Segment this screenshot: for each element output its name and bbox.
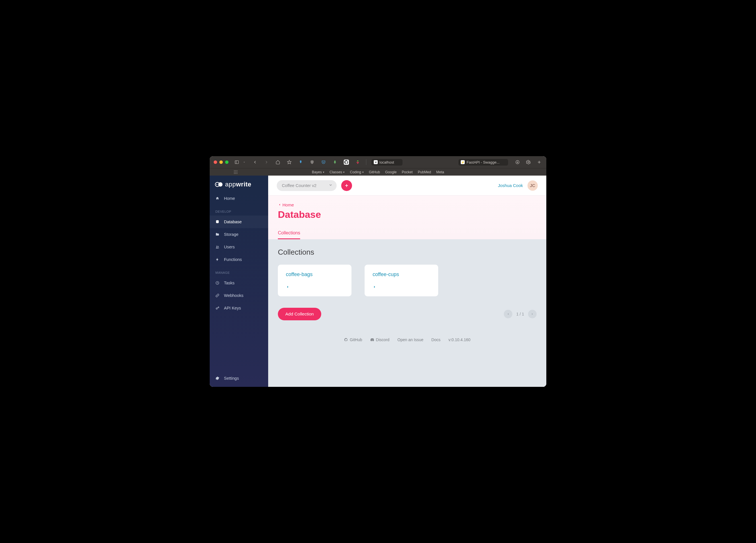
minimize-window-button[interactable] bbox=[219, 160, 223, 164]
browser-tab[interactable]: ⚡ FastAPI - Swagge... bbox=[458, 159, 508, 165]
sidebar-item-label: Home bbox=[224, 196, 235, 201]
svg-point-19 bbox=[237, 173, 237, 173]
browser-tab-active[interactable]: ✕ localhost bbox=[371, 159, 403, 165]
home-icon[interactable] bbox=[275, 160, 281, 164]
forward-icon[interactable] bbox=[263, 160, 270, 164]
link-icon bbox=[215, 294, 220, 298]
breadcrumb[interactable]: Home bbox=[278, 202, 537, 207]
svg-point-17 bbox=[234, 173, 235, 173]
bookmark-item[interactable]: Bayes▾ bbox=[312, 170, 324, 174]
sidebar-item-label: API Keys bbox=[224, 306, 241, 310]
main-content: Coffee Counter v2 Joshua Cook JC Home Da… bbox=[268, 175, 546, 387]
sidebar-toggle-icon[interactable] bbox=[234, 160, 240, 164]
chevron-down-icon[interactable] bbox=[243, 160, 246, 164]
sidebar: appwrite Home DEVELOP Database Storage U… bbox=[210, 175, 268, 387]
pager-next-button[interactable] bbox=[528, 310, 537, 318]
svg-point-25 bbox=[218, 246, 219, 247]
footer-github-link[interactable]: GitHub bbox=[344, 338, 362, 342]
svg-point-3 bbox=[357, 162, 358, 163]
chevron-right-icon bbox=[373, 285, 377, 290]
sidebar-item-database[interactable]: Database bbox=[210, 215, 268, 228]
apps-grid-icon[interactable] bbox=[233, 170, 239, 174]
tab-label: FastAPI - Swagge... bbox=[466, 160, 500, 164]
bookmark-item[interactable]: Classes▾ bbox=[330, 170, 345, 174]
svg-point-13 bbox=[237, 170, 237, 171]
maximize-window-button[interactable] bbox=[225, 160, 229, 164]
tab-favicon-icon: ✕ bbox=[374, 160, 378, 164]
add-project-button[interactable] bbox=[341, 180, 352, 191]
sidebar-item-label: Database bbox=[224, 219, 242, 224]
collection-name: coffee-cups bbox=[373, 272, 430, 278]
svg-point-24 bbox=[217, 246, 218, 247]
key-icon bbox=[215, 306, 220, 310]
sidebar-item-apikeys[interactable]: API Keys bbox=[210, 302, 268, 314]
bookmark-star-icon[interactable] bbox=[286, 160, 292, 164]
sidebar-item-users[interactable]: Users bbox=[210, 241, 268, 253]
tab-favicon-icon: ⚡ bbox=[461, 160, 465, 164]
tabs: Collections bbox=[278, 227, 537, 239]
sidebar-item-label: Webhooks bbox=[224, 293, 243, 298]
new-tab-icon[interactable] bbox=[536, 160, 542, 164]
close-window-button[interactable] bbox=[214, 160, 217, 164]
bookmark-item[interactable]: Coding▾ bbox=[350, 170, 364, 174]
svg-point-27 bbox=[216, 308, 217, 309]
svg-point-8 bbox=[528, 161, 529, 163]
sidebar-item-label: Users bbox=[224, 245, 235, 249]
pager-prev-button[interactable] bbox=[504, 310, 512, 318]
tree-ext-icon[interactable] bbox=[332, 160, 338, 164]
sidebar-item-webhooks[interactable]: Webhooks bbox=[210, 289, 268, 302]
pocket-ext-icon[interactable] bbox=[320, 160, 327, 164]
settings-gear-icon[interactable] bbox=[525, 160, 531, 164]
user-name-link[interactable]: Joshua Cook bbox=[498, 183, 523, 188]
back-icon[interactable] bbox=[252, 160, 258, 164]
bolt-icon bbox=[215, 257, 220, 261]
chevron-right-icon bbox=[286, 285, 290, 290]
svg-point-5 bbox=[357, 163, 358, 164]
add-collection-button[interactable]: Add Collection bbox=[278, 308, 321, 320]
bookmark-item[interactable]: Pocket bbox=[402, 170, 413, 174]
sidebar-item-home[interactable]: Home bbox=[210, 192, 268, 205]
tab-collections[interactable]: Collections bbox=[278, 227, 300, 239]
footer-version: v:0.10.4.160 bbox=[448, 338, 470, 342]
project-selector[interactable]: Coffee Counter v2 bbox=[277, 180, 337, 191]
sidebar-item-tasks[interactable]: Tasks bbox=[210, 277, 268, 289]
collection-card[interactable]: coffee-cups bbox=[365, 264, 438, 296]
svg-point-16 bbox=[237, 172, 237, 172]
svg-point-15 bbox=[235, 172, 236, 172]
bookmark-item[interactable]: Meta bbox=[436, 170, 444, 174]
collection-card[interactable]: coffee-bags bbox=[278, 264, 351, 296]
avatar[interactable]: JC bbox=[527, 180, 538, 191]
sidebar-item-label: Storage bbox=[224, 232, 238, 237]
svg-point-18 bbox=[235, 173, 236, 173]
github-ext-icon[interactable] bbox=[343, 159, 349, 165]
bookmark-bar: Bayes▾ Classes▾ Coding▾ GitHub Google Po… bbox=[210, 168, 546, 175]
footer-issue-link[interactable]: Open an Issue bbox=[397, 338, 423, 342]
svg-point-14 bbox=[234, 172, 235, 172]
sidebar-item-settings[interactable]: Settings bbox=[210, 372, 268, 387]
raspberry-ext-icon[interactable] bbox=[355, 160, 361, 164]
sidebar-item-storage[interactable]: Storage bbox=[210, 228, 268, 241]
footer-docs-link[interactable]: Docs bbox=[431, 338, 440, 342]
pager-label: 1 / 1 bbox=[516, 312, 524, 316]
footer-discord-link[interactable]: Discord bbox=[370, 338, 389, 342]
traffic-lights bbox=[214, 160, 229, 164]
bookmark-item[interactable]: Google bbox=[385, 170, 397, 174]
sidebar-section-manage: MANAGE bbox=[210, 266, 268, 277]
collection-name: coffee-bags bbox=[286, 272, 343, 278]
svg-marker-2 bbox=[287, 160, 291, 164]
logo[interactable]: appwrite bbox=[210, 181, 268, 192]
chevron-down-icon: ▾ bbox=[343, 171, 345, 173]
shield-icon[interactable] bbox=[309, 160, 315, 164]
bookmark-item[interactable]: PubMed bbox=[418, 170, 431, 174]
users-icon bbox=[215, 245, 220, 249]
page-title: Database bbox=[278, 209, 537, 220]
collection-cards: coffee-bags coffee-cups bbox=[278, 264, 537, 296]
bookmark-item[interactable]: GitHub bbox=[369, 170, 380, 174]
honey-ext-icon[interactable] bbox=[298, 160, 304, 164]
content-area: Collections coffee-bags coffee-cups Add … bbox=[268, 239, 546, 387]
section-title: Collections bbox=[278, 248, 537, 256]
sidebar-item-functions[interactable]: Functions bbox=[210, 253, 268, 266]
svg-point-4 bbox=[358, 162, 359, 163]
sidebar-item-label: Settings bbox=[224, 376, 239, 381]
downloads-icon[interactable] bbox=[514, 160, 521, 164]
